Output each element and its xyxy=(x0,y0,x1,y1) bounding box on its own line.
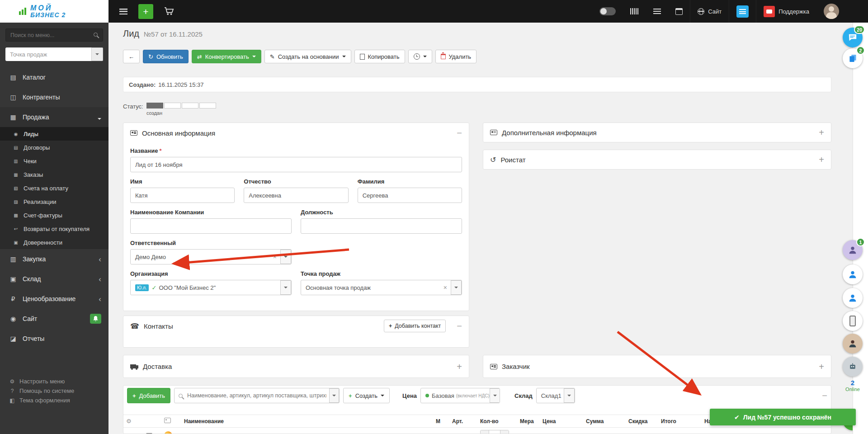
collapse-button[interactable]: − xyxy=(457,128,462,137)
status-progress[interactable] xyxy=(146,103,216,108)
collapse-button[interactable]: − xyxy=(822,391,827,400)
col-price[interactable]: Цена xyxy=(540,415,583,428)
menu-search-input[interactable] xyxy=(5,28,103,42)
product-sum-link[interactable]: 949.00 Р xyxy=(586,433,609,434)
user-avatar[interactable] xyxy=(824,4,839,19)
bot-avatar-button[interactable] xyxy=(843,357,863,377)
lead-name-input[interactable] xyxy=(130,157,462,172)
chevron-down-icon[interactable] xyxy=(280,250,291,264)
calendar-icon[interactable] xyxy=(675,8,683,15)
history-button[interactable] xyxy=(408,50,432,63)
clear-icon[interactable]: × xyxy=(440,284,451,291)
sidebar-item-checks[interactable]: ▥Чеки xyxy=(0,154,108,168)
middle-name-input[interactable] xyxy=(244,188,348,203)
expand-button[interactable]: + xyxy=(457,362,462,371)
collapse-button[interactable]: − xyxy=(457,321,462,330)
sidebar-item-reports[interactable]: ◪Отчеты xyxy=(0,329,108,349)
expand-button[interactable]: + xyxy=(819,362,824,371)
chevron-down-icon[interactable] xyxy=(490,388,500,403)
sidebar-item-leads[interactable]: ◉Лиды xyxy=(0,127,108,141)
col-art[interactable]: Арт. xyxy=(449,415,477,428)
position-input[interactable] xyxy=(301,218,462,234)
quantity-stepper[interactable]: − 1 + xyxy=(480,430,509,434)
chevron-down-icon[interactable] xyxy=(91,47,103,61)
theme-link[interactable]: ◧Тема оформления xyxy=(0,396,108,405)
expand-button[interactable]: + xyxy=(819,155,824,164)
chevron-down-icon[interactable] xyxy=(564,388,575,403)
company-input[interactable] xyxy=(130,218,292,234)
product-discount[interactable]: 0 % xyxy=(626,428,658,434)
sidebar-item-catalog[interactable]: ▤Каталог xyxy=(0,67,108,87)
site-menu[interactable]: Сайт xyxy=(690,0,729,23)
sales-point-select[interactable]: Точка продаж xyxy=(5,47,103,61)
sidebar-item-contracts[interactable]: ▤Договоры xyxy=(0,141,108,154)
barcode-icon[interactable] xyxy=(630,8,639,14)
sidebar-item-partners[interactable]: ◫Контрагенты xyxy=(0,87,108,107)
copy-button[interactable]: Копировать xyxy=(354,50,405,63)
user-widget-button[interactable]: 1 xyxy=(843,240,863,260)
phone-widget-button[interactable] xyxy=(843,311,863,331)
product-thumbnail[interactable] xyxy=(164,431,172,434)
apps-icon[interactable] xyxy=(736,5,749,18)
clear-icon[interactable]: × xyxy=(269,253,280,260)
product-name-link[interactable]: Запеченный сет xyxy=(184,433,228,434)
quick-create-button[interactable]: + xyxy=(138,4,153,19)
last-name-input[interactable] xyxy=(358,188,462,203)
configure-menu-link[interactable]: ⚙Настроить меню xyxy=(0,377,108,386)
organization-select[interactable]: Ю.л. ✓ ООО "Мой Бизнес 2" xyxy=(130,280,292,295)
update-button[interactable]: ↻Обновить xyxy=(143,50,189,63)
price-type-select[interactable]: Базовая (включает НДС) xyxy=(420,388,500,403)
mode-toggle[interactable] xyxy=(599,7,616,15)
create-based-on-button[interactable]: ✎Создать на основании xyxy=(264,50,351,63)
delete-button[interactable]: Удалить xyxy=(435,50,477,63)
sidebar-item-powers-of-attorney[interactable]: ▣Доверенности xyxy=(0,236,108,249)
support-menu[interactable]: Поддержка xyxy=(756,0,816,23)
col-total[interactable]: Итого xyxy=(658,415,702,428)
col-unit[interactable]: Мера xyxy=(517,415,540,428)
sidebar-item-invoices[interactable]: ▧Счета на оплату xyxy=(0,181,108,195)
sidebar-item-vat-invoices[interactable]: ▩Счет-фактуры xyxy=(0,208,108,222)
sidebar-item-purchase[interactable]: ▥Закупка‹ xyxy=(0,249,108,269)
sidebar-item-returns[interactable]: ↩Возвраты от покупателя xyxy=(0,222,108,236)
sidebar-item-shipments[interactable]: ▨Реализации xyxy=(0,195,108,208)
tasks-list-icon[interactable] xyxy=(653,9,661,14)
chevron-down-icon[interactable] xyxy=(451,280,462,295)
cart-icon[interactable] xyxy=(164,7,174,16)
contact-widget-button[interactable] xyxy=(843,288,863,308)
add-contact-button[interactable]: +Добавить контакт xyxy=(384,320,446,332)
hamburger-menu-icon[interactable] xyxy=(119,9,127,14)
product-price-link[interactable]: 949.00 Р xyxy=(542,433,566,434)
sidebar-item-sales[interactable]: ▦Продажа xyxy=(0,107,108,127)
contact-widget-button[interactable] xyxy=(843,264,863,284)
col-m[interactable]: М xyxy=(433,415,449,428)
chevron-down-icon[interactable] xyxy=(329,388,339,403)
add-product-button[interactable]: +Добавить xyxy=(127,388,170,403)
product-search-input[interactable] xyxy=(175,388,329,403)
responsible-select[interactable]: Демо Демо × xyxy=(130,249,292,264)
sidebar-item-pricing[interactable]: ₽Ценообразование‹ xyxy=(0,289,108,309)
sales-point-field-select[interactable]: Основная точка продаж × xyxy=(301,280,462,295)
table-settings-icon[interactable]: ⚙ xyxy=(126,418,132,425)
status-segment[interactable] xyxy=(182,103,198,108)
sidebar-item-warehouse[interactable]: ▣Склад‹ xyxy=(0,269,108,289)
documents-widget-button[interactable]: 2 xyxy=(843,48,863,68)
table-row[interactable]: 1 Т Запеченный сет Т86 − 1 + компл 949 xyxy=(123,428,831,434)
col-sum[interactable]: Сумма xyxy=(583,415,626,428)
expand-button[interactable]: + xyxy=(819,128,824,137)
col-qty[interactable]: Кол-во xyxy=(477,415,517,428)
chevron-down-icon[interactable] xyxy=(280,280,291,295)
col-discount[interactable]: Скидка xyxy=(626,415,658,428)
col-name[interactable]: Наименование xyxy=(181,415,433,428)
qty-minus-button[interactable]: − xyxy=(481,430,489,434)
system-help-link[interactable]: ?Помощь по системе xyxy=(0,386,108,396)
manager-avatar-button[interactable] xyxy=(843,334,863,354)
qty-value[interactable]: 1 xyxy=(489,430,500,434)
qty-plus-button[interactable]: + xyxy=(500,430,509,434)
sidebar-item-orders[interactable]: ▦Заказы xyxy=(0,168,108,181)
back-button[interactable]: ← xyxy=(123,50,140,63)
convert-button[interactable]: ⇄Конвертировать xyxy=(192,50,261,63)
status-segment[interactable] xyxy=(164,103,181,108)
app-logo[interactable]: МОЙ БИЗНЕС 2 xyxy=(0,0,108,23)
warehouse-select[interactable]: Склад1 xyxy=(536,388,575,403)
status-segment[interactable] xyxy=(146,103,163,108)
